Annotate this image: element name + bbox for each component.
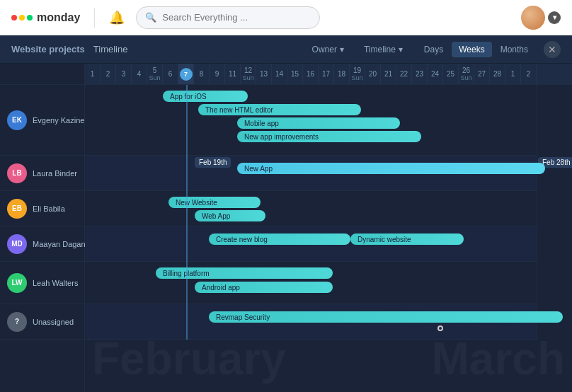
user-menu[interactable]: ▾: [548, 11, 561, 24]
bell-icon[interactable]: 🔔: [109, 10, 125, 25]
gantt-bar-4-0[interactable]: Billing platform: [156, 267, 333, 279]
names-list: EKEvgeny KazinecLBLaura BinderEBEli Babi…: [0, 85, 84, 340]
gantt-bar-2-0[interactable]: New Website: [168, 197, 261, 208]
date-cell-1: 1: [85, 64, 101, 84]
date-cell-22: 22: [396, 64, 412, 84]
date-cell-11: 11: [225, 64, 241, 84]
gantt-row-4: Billing platformAndroid app: [85, 262, 537, 304]
person-row-3[interactable]: MDMaayan Dagan: [0, 226, 84, 262]
date-cell-18: 18: [334, 64, 350, 84]
navbar: monday 🔔 🔍 ▾: [0, 0, 572, 35]
gantt-rows: App for iOSThe new HTML editorMobile app…: [85, 85, 537, 340]
person-avatar-3: MD: [7, 234, 27, 254]
person-name-2: Eli Babila: [33, 204, 65, 213]
gantt-bar-2-1[interactable]: Web App: [195, 210, 265, 221]
logo[interactable]: monday: [11, 11, 80, 24]
month-watermark-right: March: [432, 333, 566, 385]
names-header: [0, 64, 84, 85]
date-cell-6: 6: [163, 64, 178, 84]
gantt-bar-1-0[interactable]: New App: [237, 163, 545, 174]
months-view-btn[interactable]: Months: [493, 42, 535, 57]
person-row-4[interactable]: LWLeah Walters: [0, 262, 84, 304]
person-row-5[interactable]: ?Unassigned: [0, 304, 84, 340]
date-cell-15: 15: [287, 64, 303, 84]
person-name-4: Leah Walters: [33, 279, 78, 287]
date-cell-14: 14: [272, 64, 287, 84]
logo-text: monday: [37, 11, 80, 24]
date-header: 12345Sun67891112Sun13141516171819Sun2021…: [85, 64, 572, 85]
search-bar[interactable]: 🔍: [136, 6, 320, 29]
gantt-row-5: Revmap Security: [85, 304, 537, 340]
date-cell-17: 17: [319, 64, 334, 84]
timeline-grid[interactable]: 12345Sun67891112Sun13141516171819Sun2021…: [85, 64, 572, 392]
owner-dropdown[interactable]: Owner ▾: [307, 42, 350, 57]
gantt-bar-5-0[interactable]: Revmap Security: [209, 311, 563, 323]
person-name-5: Unassigned: [33, 318, 74, 326]
date-cell-25: 25: [443, 64, 459, 84]
person-row-1[interactable]: LBLaura Binder: [0, 156, 84, 191]
gantt-bar-0-0[interactable]: App for iOS: [163, 91, 248, 102]
date-cell-21: 21: [381, 64, 396, 84]
grid-line-29: [537, 85, 537, 340]
nav-divider: [94, 8, 95, 28]
date-cell-4: 4: [132, 64, 147, 84]
person-name-0: Evgeny Kazinec: [33, 116, 88, 125]
date-cell-12: 12Sun: [241, 64, 256, 84]
date-cell-5: 5Sun: [147, 64, 163, 84]
logo-dot-red: [11, 15, 17, 21]
person-avatar-5: ?: [7, 312, 27, 332]
person-name-1: Laura Binder: [33, 169, 77, 178]
date-cell-8: 8: [194, 64, 210, 84]
gantt-bar-3-1[interactable]: Dynamic website: [350, 234, 464, 245]
logo-dots: [11, 15, 33, 21]
date-cell-1: 1: [505, 64, 521, 84]
date-cell-3: 3: [116, 64, 132, 84]
timeline-tab[interactable]: Timeline: [93, 44, 128, 54]
date-cell-27: 27: [474, 64, 490, 84]
avatar[interactable]: [521, 6, 545, 30]
logo-dot-green: [27, 15, 33, 21]
person-avatar-1: LB: [7, 163, 27, 183]
timeline-container: EKEvgeny KazinecLBLaura BinderEBEli Babi…: [0, 64, 572, 392]
gantt-bar-0-1[interactable]: The new HTML editor: [198, 104, 361, 115]
gantt-row-2: New WebsiteWeb App: [85, 191, 537, 226]
search-icon: 🔍: [145, 12, 156, 23]
person-avatar-0: EK: [7, 110, 27, 130]
project-title: Website projects: [11, 44, 85, 54]
date-cell-13: 13: [256, 64, 272, 84]
nav-extra: ▾: [521, 6, 561, 30]
gantt-row-3: Create new blogDynamic website: [85, 226, 537, 262]
month-watermark-left: February: [92, 333, 286, 385]
days-view-btn[interactable]: Days: [417, 42, 450, 57]
gantt-bar-0-3[interactable]: New app improvements: [237, 131, 421, 142]
date-cell-2: 2: [521, 64, 537, 84]
sub-header: Website projects Timeline Owner ▾ Timeli…: [0, 35, 572, 64]
date-cell-20: 20: [365, 64, 381, 84]
timeline-dropdown[interactable]: Timeline ▾: [358, 42, 408, 57]
gantt-row-1: Feb 19thFeb 28thNew App: [85, 156, 537, 191]
gantt-bar-3-0[interactable]: Create new blog: [209, 234, 350, 245]
gantt-bar-4-1[interactable]: Android app: [195, 282, 333, 293]
view-buttons: Days Weeks Months: [417, 42, 535, 57]
date-cell-2: 2: [101, 64, 116, 84]
weeks-view-btn[interactable]: Weeks: [452, 42, 491, 57]
date-cell-28: 28: [490, 64, 505, 84]
milestone-start-1: Feb 19th: [195, 157, 231, 168]
gantt-row-0: App for iOSThe new HTML editorMobile app…: [85, 85, 537, 156]
date-cell-9: 9: [210, 64, 225, 84]
close-button[interactable]: ✕: [544, 41, 561, 58]
search-input[interactable]: [162, 12, 311, 23]
person-row-2[interactable]: EBEli Babila: [0, 191, 84, 226]
date-cell-16: 16: [303, 64, 319, 84]
person-row-0[interactable]: EKEvgeny Kazinec: [0, 85, 84, 156]
today-line: [186, 85, 188, 340]
date-cell-26: 26Sun: [459, 64, 474, 84]
date-cell-23: 23: [412, 64, 428, 84]
date-cell-7: 7: [178, 64, 194, 84]
names-panel: EKEvgeny KazinecLBLaura BinderEBEli Babi…: [0, 64, 85, 392]
date-cell-19: 19Sun: [350, 64, 365, 84]
logo-dot-yellow: [19, 15, 25, 21]
person-avatar-4: LW: [7, 273, 27, 293]
gantt-bar-0-2[interactable]: Mobile app: [237, 117, 400, 129]
person-name-3: Maayan Dagan: [33, 240, 86, 248]
